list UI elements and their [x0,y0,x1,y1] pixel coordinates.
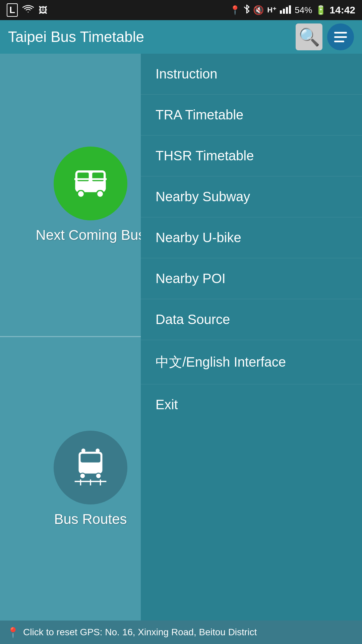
svg-rect-2 [286,7,288,14]
main-content: Next Coming Bus [0,54,362,621]
bus-icon-green [69,162,112,205]
status-bar: L 🖼 📍 🔇 H⁺ 54% [0,0,362,20]
line-icon: L [7,3,18,17]
search-map-icon: 🔍 [298,27,320,47]
app-bar-icons: 🔍 [296,23,354,50]
menu-item-nearby-subway[interactable]: Nearby Subway [141,176,362,217]
bluetooth-icon [244,4,250,16]
menu-line-1 [334,32,347,34]
svg-point-9 [97,191,104,198]
time-display: 14:42 [329,4,355,16]
svg-point-20 [96,448,100,452]
svg-rect-10 [75,181,106,190]
menu-item-tra-timetable[interactable]: TRA Timetable [141,95,362,136]
bus-circle-teal [54,431,127,504]
next-coming-bus-label: Next Coming Bus [36,227,145,243]
battery-icon: 🔋 [315,5,326,15]
svg-rect-0 [280,10,282,14]
gps-icon: 📍 [7,627,19,638]
menu-item-exit[interactable]: Exit [141,384,362,425]
dropdown-menu: Instruction TRA Timetable THSR Timetable… [141,54,362,621]
footer-gps-text: Click to reset GPS: No. 16, Xinxing Road… [23,627,257,638]
menu-item-thsr-timetable[interactable]: THSR Timetable [141,136,362,176]
svg-point-19 [81,448,85,452]
train-icon [69,446,112,489]
svg-rect-3 [289,5,291,14]
svg-point-14 [96,473,101,479]
signal-icon [280,4,291,16]
wifi-icon [22,4,34,16]
search-map-button[interactable]: 🔍 [296,23,322,50]
bus-routes-label: Bus Routes [54,511,127,527]
menu-line-3 [334,41,344,42]
menu-item-instruction[interactable]: Instruction [141,54,362,95]
status-bar-right-icons: 📍 🔇 H⁺ 54% 🔋 14:42 [230,4,355,16]
menu-item-language[interactable]: 中文/English Interface [141,340,362,384]
status-footer[interactable]: 📍 Click to reset GPS: No. 16, Xinxing Ro… [0,621,362,644]
svg-point-13 [80,473,85,479]
svg-rect-1 [283,9,285,14]
status-bar-left-icons: L 🖼 [7,3,47,17]
menu-item-data-source[interactable]: Data Source [141,299,362,340]
svg-rect-7 [74,178,107,180]
svg-point-8 [77,191,84,198]
svg-rect-12 [80,453,100,462]
app-bar: Taipei Bus Timetable 🔍 [0,20,362,54]
image-icon: 🖼 [39,5,47,15]
menu-item-nearby-ubike[interactable]: Nearby U-bike [141,217,362,258]
location-icon: 📍 [230,5,240,15]
hamburger-icon [334,32,347,42]
mute-icon: 🔇 [253,5,264,15]
menu-item-nearby-poi[interactable]: Nearby POI [141,258,362,299]
battery-text: 54% [295,5,312,15]
menu-line-2 [334,36,347,38]
app-title: Taipei Bus Timetable [8,29,144,45]
menu-button[interactable] [327,23,354,50]
hplus-icon: H⁺ [267,6,277,14]
bus-circle-green [54,147,127,220]
